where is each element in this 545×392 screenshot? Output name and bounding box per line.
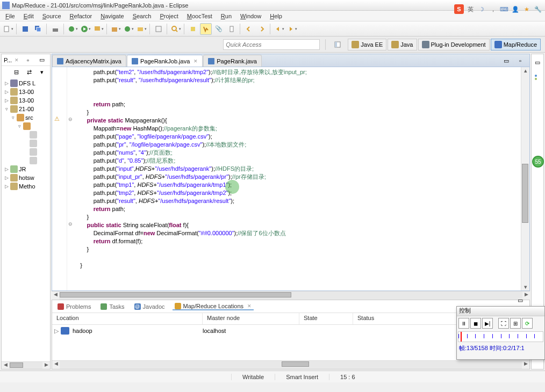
menu-mooctest[interactable]: MoocTest xyxy=(183,12,217,20)
editor-vscroll[interactable]: ▴ ▾ xyxy=(521,67,529,291)
new-class-button[interactable]: ▾ xyxy=(123,23,134,35)
menu-navigate[interactable]: Navigate xyxy=(96,12,128,20)
new-package-button[interactable]: ▾ xyxy=(110,23,121,35)
bottom-hscroll[interactable]: ◀ ▶ xyxy=(52,360,529,369)
tree-item[interactable]: ▿21-00 xyxy=(3,105,49,113)
person-icon[interactable]: 👤 xyxy=(511,4,520,14)
play-pause-button[interactable]: ⏸ xyxy=(458,318,469,329)
quick-access-input[interactable] xyxy=(223,39,320,50)
tree-item[interactable]: ▷hotsw xyxy=(3,173,49,182)
wrench-icon[interactable]: 🔧 xyxy=(533,4,543,14)
tree-item[interactable]: ▷13-00 xyxy=(3,88,49,96)
ime-lang[interactable]: 英 xyxy=(465,4,475,14)
link-editor-button[interactable]: ⇄ xyxy=(23,66,35,78)
tree-item[interactable] xyxy=(3,139,49,148)
bottom-tab-tasks[interactable]: Tasks xyxy=(98,303,126,310)
svg-rect-10 xyxy=(138,27,143,31)
search-button[interactable]: ▾ xyxy=(170,23,182,35)
stop-button[interactable]: ◼ xyxy=(470,318,481,329)
menu-file[interactable]: File xyxy=(1,12,19,20)
editor-tab[interactable]: AdjacencyMatrix.java xyxy=(52,55,126,67)
project-explorer: P... ✕ ▫ ▭ ⊟ ⇄ ▾ ▷DFS L▷13-00▷13-00▿21-0… xyxy=(1,54,51,369)
debug-button[interactable]: ▾ xyxy=(67,23,78,35)
save-all-button[interactable] xyxy=(32,23,44,35)
tree-item[interactable]: ▿ xyxy=(3,122,49,130)
zoom-button[interactable]: ⛶ xyxy=(498,318,509,329)
tree-item[interactable] xyxy=(3,156,49,165)
panel-tab[interactable]: P... ✕ xyxy=(4,57,19,63)
svg-point-18 xyxy=(535,75,537,77)
forward-button[interactable]: ▾ xyxy=(286,23,298,35)
task-button[interactable] xyxy=(226,23,238,35)
prev-edit-button[interactable] xyxy=(243,23,255,35)
code-editor[interactable]: path.put("tem2", "/user/hdfs/pagerank/tm… xyxy=(74,67,521,291)
control-panel[interactable]: 控制 ⏸ ◼ ▶| ⛶ ⊞ ⟳ 帧:13/5158 时间:0:2/17:1 xyxy=(456,306,545,360)
menu-search[interactable]: Search xyxy=(128,12,156,20)
perspective-java[interactable]: Java xyxy=(388,39,417,50)
annotation-button[interactable] xyxy=(187,23,199,35)
menu-project[interactable]: Project xyxy=(156,12,183,20)
svg-rect-0 xyxy=(4,26,9,32)
external-button[interactable]: ▾ xyxy=(92,23,104,35)
ime-icon[interactable]: S xyxy=(454,4,464,14)
open-type-button[interactable] xyxy=(153,23,164,35)
star-icon[interactable]: ★ xyxy=(522,4,532,14)
view-menu-button[interactable]: ▫ xyxy=(22,54,34,66)
hscroll[interactable]: ◀ ▶ xyxy=(2,361,50,369)
minimize-button[interactable]: ▭ xyxy=(36,54,48,66)
perspective-plug-in-development[interactable]: Plug-in Development xyxy=(418,39,490,50)
bottom-tab-map-reduce-locations[interactable]: Map/Reduce Locations✕ xyxy=(173,303,254,310)
build-button[interactable] xyxy=(49,23,61,35)
tree-item[interactable]: ▷13-00 xyxy=(3,96,49,105)
menu-help[interactable]: Help xyxy=(266,12,286,20)
menu-refactor[interactable]: Refactor xyxy=(66,12,97,20)
svg-rect-1 xyxy=(23,26,28,32)
editor-tab[interactable]: PageRankJob.java✕ xyxy=(127,55,203,67)
perspective-map-reduce[interactable]: Map/Reduce xyxy=(491,39,541,50)
step-button[interactable]: ▶| xyxy=(482,318,493,329)
bottom-tab-javadoc[interactable]: @Javadoc xyxy=(132,303,167,310)
run-button[interactable]: ▾ xyxy=(80,23,91,35)
comma-icon[interactable]: ， xyxy=(488,4,498,14)
tree-item[interactable]: ▿src xyxy=(3,113,49,122)
maximize-editor-button[interactable]: ▫ xyxy=(514,55,526,67)
column-header[interactable]: Master node xyxy=(203,313,299,324)
fold-gutter[interactable]: ⊖⊖ xyxy=(67,67,74,291)
toggle-mark-button[interactable] xyxy=(200,23,212,35)
panel-menu-button[interactable]: ▾ xyxy=(36,66,48,78)
svg-rect-3 xyxy=(37,27,41,32)
restore-view-button[interactable]: ▭ xyxy=(532,56,543,68)
menu-edit[interactable]: Edit xyxy=(19,12,38,20)
new-folder-button[interactable]: ▾ xyxy=(135,23,147,35)
tree-item[interactable]: ▷JR xyxy=(3,165,49,173)
back-button[interactable]: ▾ xyxy=(273,23,285,35)
tree-item[interactable]: ▷DFS L xyxy=(3,79,49,88)
project-tree[interactable]: ▷DFS L▷13-00▷13-00▿21-00▿src▿▷JR▷hotsw▷M… xyxy=(2,78,50,361)
new-button[interactable]: ▾ xyxy=(2,23,14,35)
column-header[interactable]: State xyxy=(299,313,353,324)
menu-source[interactable]: Source xyxy=(38,12,66,20)
tree-item[interactable] xyxy=(3,148,49,156)
floating-badge[interactable]: 55 xyxy=(532,156,544,168)
open-perspective-button[interactable] xyxy=(332,39,343,50)
fit-button[interactable]: ⊞ xyxy=(510,318,521,329)
moon-icon[interactable]: ☽ xyxy=(477,4,486,14)
save-button[interactable] xyxy=(19,23,31,35)
minimize-editor-button[interactable]: ▭ xyxy=(500,55,512,67)
outline-icon[interactable] xyxy=(532,71,543,83)
tree-item[interactable]: ▷Metho xyxy=(3,182,49,191)
editor-hscroll[interactable]: ◀ ▶ xyxy=(52,291,530,300)
menu-run[interactable]: Run xyxy=(217,12,236,20)
editor-tab[interactable]: PageRank.java xyxy=(203,55,262,67)
perspective-java-ee[interactable]: Java EE xyxy=(348,39,386,50)
pin-button[interactable]: 📎 xyxy=(213,23,225,35)
next-edit-button[interactable] xyxy=(256,23,268,35)
bottom-tab-problems[interactable]: Problems xyxy=(55,303,93,310)
column-header[interactable]: Location xyxy=(52,313,203,324)
tree-item[interactable] xyxy=(3,130,49,139)
collapse-all-button[interactable]: ⊟ xyxy=(10,66,22,78)
timeline[interactable] xyxy=(458,331,543,342)
menu-window[interactable]: Window xyxy=(236,12,266,20)
record-button[interactable]: ⟳ xyxy=(522,318,533,329)
keyboard-icon[interactable]: ⌨ xyxy=(499,4,509,14)
